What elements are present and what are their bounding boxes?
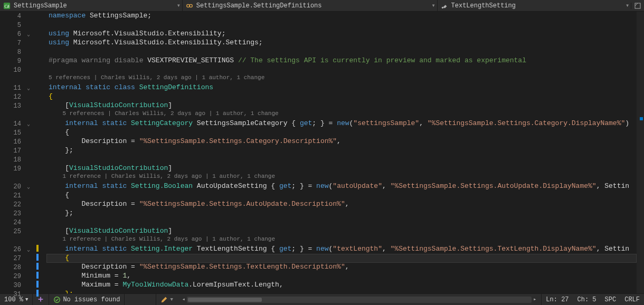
- svg-text:C#: C#: [4, 4, 9, 8]
- code-line[interactable]: [46, 65, 637, 74]
- overview-caret-icon: [640, 117, 643, 120]
- fold-toggle[interactable]: ⌄: [25, 184, 32, 190]
- code-lens[interactable]: 1 reference | Charles Willis, 2 days ago…: [46, 236, 637, 245]
- code-line[interactable]: using Microsoft.VisualStudio.Extensibili…: [46, 30, 637, 39]
- line-number: 16: [0, 138, 25, 146]
- code-content[interactable]: namespace SettingsSample; using Microsof…: [46, 12, 637, 293]
- nav-member-label: TextLengthSetting: [451, 2, 516, 9]
- code-line[interactable]: [VisualStudioContribution]: [46, 164, 637, 173]
- code-line[interactable]: {: [46, 191, 637, 200]
- code-line[interactable]: using Microsoft.VisualStudio.Extensibili…: [46, 39, 637, 47]
- fold-toggle[interactable]: ⌄: [25, 246, 32, 253]
- change-marker-icon: [36, 263, 39, 270]
- code-line[interactable]: #pragma warning disable VSEXTPREVIEW_SET…: [46, 56, 637, 65]
- track-changes-button[interactable]: ▼: [156, 294, 177, 305]
- scroll-left-icon[interactable]: ◂: [181, 297, 187, 303]
- code-line[interactable]: internal static Setting.Boolean AutoUpda…: [46, 182, 637, 191]
- line-number: 11: [0, 84, 25, 92]
- line-col-button[interactable]: Ln: 27: [541, 294, 573, 305]
- code-line[interactable]: Description = "%SettingsSample.Settings.…: [46, 137, 637, 146]
- class-icon: [186, 2, 193, 9]
- nav-right-controls: [631, 3, 644, 9]
- code-line[interactable]: internal static SettingCategory Settings…: [46, 119, 637, 128]
- code-line-current[interactable]: {: [46, 254, 637, 263]
- code-line[interactable]: [VisualStudioContribution]: [46, 227, 637, 236]
- code-line[interactable]: };: [46, 146, 637, 155]
- code-line[interactable]: Minimum = 1,: [46, 272, 637, 281]
- error-list-button[interactable]: No issues found: [49, 294, 124, 305]
- code-line[interactable]: Description = "%SettingsSample.Settings.…: [46, 200, 637, 209]
- property-icon: [441, 2, 448, 9]
- svg-point-4: [441, 6, 443, 8]
- code-line[interactable]: internal static Setting.Integer TextLeng…: [46, 245, 637, 254]
- line-number: 19: [0, 165, 25, 173]
- fold-toggle[interactable]: ⌄: [25, 121, 32, 127]
- gutter: 4 5 6⌄ 7 8 9 10 11⌄ 12 13 14⌄ 15 16 17 1…: [0, 12, 46, 293]
- indent-button[interactable]: SPC: [601, 294, 621, 305]
- fold-toggle[interactable]: ⌄: [25, 31, 32, 37]
- code-line[interactable]: [46, 21, 637, 30]
- code-line[interactable]: internal static class SettingDefinitions: [46, 83, 637, 92]
- code-line[interactable]: [46, 155, 637, 164]
- nav-member-chevron[interactable]: ▾: [623, 2, 631, 9]
- code-line[interactable]: {: [46, 92, 637, 101]
- char-label: Ch: 5: [577, 296, 596, 303]
- line-number: 12: [0, 93, 25, 101]
- code-line[interactable]: [46, 47, 637, 56]
- nav-scope-label: SettingsSample.SettingDefinitions: [196, 2, 322, 9]
- line-number: 7: [0, 40, 25, 47]
- indent-label: SPC: [605, 296, 617, 303]
- code-editor[interactable]: 4 5 6⌄ 7 8 9 10 11⌄ 12 13 14⌄ 15 16 17 1…: [0, 12, 644, 293]
- code-lens[interactable]: 1 reference | Charles Willis, 2 days ago…: [46, 173, 637, 182]
- line-number: 10: [0, 66, 25, 74]
- split-window-icon[interactable]: [634, 3, 641, 9]
- scrollbar-thumb[interactable]: [188, 298, 262, 302]
- change-marker-icon: [36, 254, 39, 261]
- line-number: 25: [0, 228, 25, 235]
- char-button[interactable]: Ch: 5: [573, 294, 601, 305]
- code-line[interactable]: };: [46, 290, 637, 293]
- horizontal-scrollbar[interactable]: ◂ ▸: [187, 297, 532, 303]
- nav-member-dropdown[interactable]: TextLengthSetting: [437, 0, 519, 11]
- svg-rect-5: [635, 3, 640, 8]
- nav-file-dropdown[interactable]: C# SettingsSample: [0, 0, 70, 11]
- line-number: 30: [0, 282, 25, 289]
- code-line[interactable]: };: [46, 209, 637, 218]
- csharp-file-icon: C#: [3, 2, 11, 9]
- code-line[interactable]: Description = "%SettingsSample.Settings.…: [46, 263, 637, 272]
- line-label: Ln: 27: [546, 296, 569, 303]
- nav-scope-dropdown[interactable]: SettingsSample.SettingDefinitions: [182, 0, 325, 11]
- navigation-bar: C# SettingsSample ▾ SettingsSample.Setti…: [0, 0, 644, 12]
- code-line[interactable]: namespace SettingsSample;: [46, 12, 637, 21]
- code-line[interactable]: [46, 218, 637, 227]
- code-lens[interactable]: 5 references | Charles Willis, 2 days ag…: [46, 74, 637, 83]
- nav-scope-chevron[interactable]: ▾: [430, 2, 437, 9]
- fold-toggle[interactable]: ⌄: [25, 85, 32, 91]
- line-number: 14: [0, 120, 25, 128]
- code-lens[interactable]: 5 references | Charles Willis, 2 days ag…: [46, 110, 637, 119]
- line-number: 4: [0, 13, 25, 20]
- code-line[interactable]: [VisualStudioContribution]: [46, 101, 637, 110]
- line-number: 26: [0, 246, 25, 253]
- svg-line-6: [635, 3, 638, 6]
- code-line[interactable]: {: [46, 128, 637, 137]
- check-circle-icon: [53, 296, 61, 303]
- line-number: 29: [0, 273, 25, 280]
- line-number: 6: [0, 31, 25, 38]
- line-number: 17: [0, 147, 25, 155]
- eol-label: CRLF: [624, 296, 640, 303]
- change-marker-icon: [36, 281, 39, 288]
- overview-ruler[interactable]: [637, 12, 644, 293]
- line-number: 9: [0, 58, 25, 65]
- line-number: 18: [0, 156, 25, 164]
- line-number: 21: [0, 192, 25, 199]
- status-bar: 100 % ▼ No issues found ▼ ◂ ▸ Ln: 27 Ch:…: [0, 293, 644, 305]
- nav-file-chevron[interactable]: ▾: [175, 2, 182, 9]
- eol-button[interactable]: CRLF: [620, 294, 644, 305]
- code-line[interactable]: Maximum = MyToolWindowData.LoremIpsumTex…: [46, 281, 637, 290]
- chevron-down-icon: ▼: [170, 297, 173, 302]
- scroll-right-icon[interactable]: ▸: [532, 297, 538, 303]
- change-marker-icon: [36, 290, 39, 297]
- line-number: 20: [0, 183, 25, 190]
- svg-point-3: [190, 4, 192, 7]
